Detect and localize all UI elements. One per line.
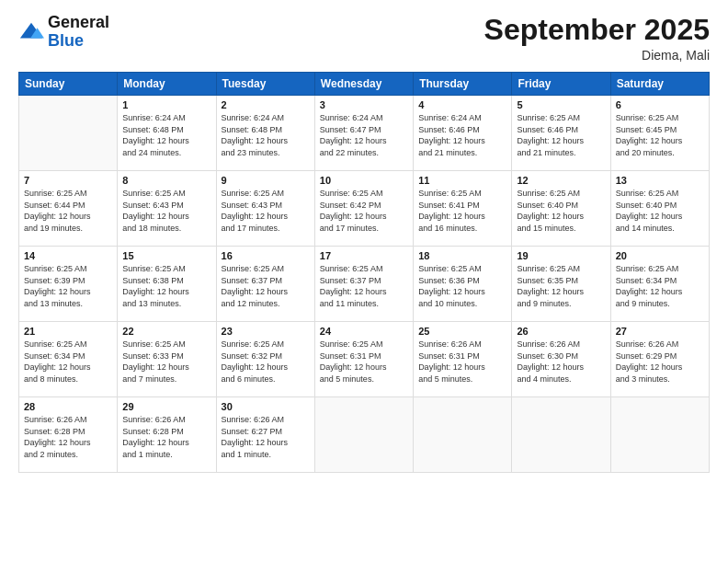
- cell-info: Sunrise: 6:25 AM Sunset: 6:45 PM Dayligh…: [616, 112, 704, 158]
- calendar-week-4: 28Sunrise: 6:26 AM Sunset: 6:28 PM Dayli…: [19, 397, 710, 473]
- day-number: 22: [122, 326, 210, 337]
- cell-info: Sunrise: 6:25 AM Sunset: 6:43 PM Dayligh…: [222, 188, 310, 234]
- day-header-friday: Friday: [512, 73, 610, 96]
- day-number: 16: [222, 250, 310, 261]
- calendar-cell: 16Sunrise: 6:25 AM Sunset: 6:37 PM Dayli…: [216, 247, 314, 322]
- cell-info: Sunrise: 6:25 AM Sunset: 6:46 PM Dayligh…: [517, 112, 605, 158]
- cell-info: Sunrise: 6:25 AM Sunset: 6:34 PM Dayligh…: [24, 339, 112, 385]
- calendar-week-0: 1Sunrise: 6:24 AM Sunset: 6:48 PM Daylig…: [19, 96, 710, 171]
- calendar-header-row: SundayMondayTuesdayWednesdayThursdayFrid…: [19, 73, 710, 96]
- day-number: 14: [24, 250, 112, 261]
- logo-icon: [18, 19, 44, 45]
- day-number: 6: [616, 99, 704, 110]
- month-title: September 2025: [484, 14, 710, 46]
- calendar-cell: [414, 397, 512, 473]
- calendar-cell: [314, 397, 413, 473]
- day-header-sunday: Sunday: [19, 73, 118, 96]
- day-number: 24: [320, 326, 408, 337]
- cell-info: Sunrise: 6:25 AM Sunset: 6:35 PM Dayligh…: [517, 263, 605, 309]
- calendar-cell: 12Sunrise: 6:25 AM Sunset: 6:40 PM Dayli…: [512, 171, 610, 247]
- calendar-cell: [610, 397, 709, 473]
- cell-info: Sunrise: 6:26 AM Sunset: 6:31 PM Dayligh…: [418, 339, 506, 385]
- logo-text: General Blue: [48, 14, 109, 51]
- calendar-cell: 8Sunrise: 6:25 AM Sunset: 6:43 PM Daylig…: [118, 171, 216, 247]
- day-number: 21: [24, 326, 112, 337]
- cell-info: Sunrise: 6:25 AM Sunset: 6:38 PM Dayligh…: [122, 263, 210, 309]
- calendar-cell: 21Sunrise: 6:25 AM Sunset: 6:34 PM Dayli…: [19, 322, 118, 397]
- calendar-cell: 20Sunrise: 6:25 AM Sunset: 6:34 PM Dayli…: [610, 247, 709, 322]
- cell-info: Sunrise: 6:26 AM Sunset: 6:28 PM Dayligh…: [24, 414, 112, 460]
- cell-info: Sunrise: 6:25 AM Sunset: 6:32 PM Dayligh…: [222, 339, 310, 385]
- day-number: 11: [418, 175, 506, 186]
- calendar-cell: 30Sunrise: 6:26 AM Sunset: 6:27 PM Dayli…: [216, 397, 314, 473]
- cell-info: Sunrise: 6:25 AM Sunset: 6:37 PM Dayligh…: [320, 263, 408, 309]
- cell-info: Sunrise: 6:25 AM Sunset: 6:40 PM Dayligh…: [616, 188, 704, 234]
- calendar-cell: 15Sunrise: 6:25 AM Sunset: 6:38 PM Dayli…: [118, 247, 216, 322]
- calendar-cell: 25Sunrise: 6:26 AM Sunset: 6:31 PM Dayli…: [414, 322, 512, 397]
- day-number: 29: [122, 401, 210, 412]
- calendar-cell: 27Sunrise: 6:26 AM Sunset: 6:29 PM Dayli…: [610, 322, 709, 397]
- calendar-week-2: 14Sunrise: 6:25 AM Sunset: 6:39 PM Dayli…: [19, 247, 710, 322]
- day-header-wednesday: Wednesday: [314, 73, 413, 96]
- calendar-cell: 19Sunrise: 6:25 AM Sunset: 6:35 PM Dayli…: [512, 247, 610, 322]
- day-number: 25: [418, 326, 506, 337]
- day-header-saturday: Saturday: [610, 73, 709, 96]
- calendar-cell: 29Sunrise: 6:26 AM Sunset: 6:28 PM Dayli…: [118, 397, 216, 473]
- calendar-cell: 6Sunrise: 6:25 AM Sunset: 6:45 PM Daylig…: [610, 96, 709, 171]
- calendar-table: SundayMondayTuesdayWednesdayThursdayFrid…: [18, 72, 710, 473]
- calendar-cell: 3Sunrise: 6:24 AM Sunset: 6:47 PM Daylig…: [314, 96, 413, 171]
- day-number: 28: [24, 401, 112, 412]
- calendar-week-1: 7Sunrise: 6:25 AM Sunset: 6:44 PM Daylig…: [19, 171, 710, 247]
- day-number: 20: [616, 250, 704, 261]
- calendar-cell: [512, 397, 610, 473]
- day-number: 2: [222, 99, 310, 110]
- day-header-tuesday: Tuesday: [216, 73, 314, 96]
- day-number: 23: [222, 326, 310, 337]
- calendar-cell: 2Sunrise: 6:24 AM Sunset: 6:48 PM Daylig…: [216, 96, 314, 171]
- calendar-cell: 22Sunrise: 6:25 AM Sunset: 6:33 PM Dayli…: [118, 322, 216, 397]
- cell-info: Sunrise: 6:25 AM Sunset: 6:41 PM Dayligh…: [418, 188, 506, 234]
- day-header-monday: Monday: [118, 73, 216, 96]
- calendar-cell: 9Sunrise: 6:25 AM Sunset: 6:43 PM Daylig…: [216, 171, 314, 247]
- day-number: 26: [517, 326, 605, 337]
- header: General Blue September 2025 Diema, Mali: [18, 14, 710, 63]
- calendar-cell: 5Sunrise: 6:25 AM Sunset: 6:46 PM Daylig…: [512, 96, 610, 171]
- cell-info: Sunrise: 6:25 AM Sunset: 6:40 PM Dayligh…: [517, 188, 605, 234]
- cell-info: Sunrise: 6:24 AM Sunset: 6:48 PM Dayligh…: [122, 112, 210, 158]
- calendar-body: 1Sunrise: 6:24 AM Sunset: 6:48 PM Daylig…: [19, 96, 710, 473]
- cell-info: Sunrise: 6:26 AM Sunset: 6:28 PM Dayligh…: [122, 414, 210, 460]
- day-number: 27: [616, 326, 704, 337]
- cell-info: Sunrise: 6:26 AM Sunset: 6:30 PM Dayligh…: [517, 339, 605, 385]
- day-number: 19: [517, 250, 605, 261]
- calendar-cell: 13Sunrise: 6:25 AM Sunset: 6:40 PM Dayli…: [610, 171, 709, 247]
- cell-info: Sunrise: 6:24 AM Sunset: 6:46 PM Dayligh…: [418, 112, 506, 158]
- cell-info: Sunrise: 6:25 AM Sunset: 6:44 PM Dayligh…: [24, 188, 112, 234]
- calendar-cell: 23Sunrise: 6:25 AM Sunset: 6:32 PM Dayli…: [216, 322, 314, 397]
- cell-info: Sunrise: 6:26 AM Sunset: 6:27 PM Dayligh…: [222, 414, 310, 460]
- calendar-cell: [19, 96, 118, 171]
- day-number: 30: [222, 401, 310, 412]
- day-number: 4: [418, 99, 506, 110]
- cell-info: Sunrise: 6:24 AM Sunset: 6:48 PM Dayligh…: [222, 112, 310, 158]
- cell-info: Sunrise: 6:24 AM Sunset: 6:47 PM Dayligh…: [320, 112, 408, 158]
- cell-info: Sunrise: 6:25 AM Sunset: 6:42 PM Dayligh…: [320, 188, 408, 234]
- day-header-thursday: Thursday: [414, 73, 512, 96]
- title-block: September 2025 Diema, Mali: [484, 14, 710, 63]
- day-number: 7: [24, 175, 112, 186]
- calendar-cell: 10Sunrise: 6:25 AM Sunset: 6:42 PM Dayli…: [314, 171, 413, 247]
- calendar-week-3: 21Sunrise: 6:25 AM Sunset: 6:34 PM Dayli…: [19, 322, 710, 397]
- cell-info: Sunrise: 6:25 AM Sunset: 6:36 PM Dayligh…: [418, 263, 506, 309]
- page: General Blue September 2025 Diema, Mali …: [0, 0, 728, 563]
- location: Diema, Mali: [484, 48, 710, 63]
- calendar-cell: 4Sunrise: 6:24 AM Sunset: 6:46 PM Daylig…: [414, 96, 512, 171]
- day-number: 1: [122, 99, 210, 110]
- logo-line1: General: [48, 14, 109, 32]
- day-number: 15: [122, 250, 210, 261]
- cell-info: Sunrise: 6:25 AM Sunset: 6:43 PM Dayligh…: [122, 188, 210, 234]
- cell-info: Sunrise: 6:25 AM Sunset: 6:33 PM Dayligh…: [122, 339, 210, 385]
- cell-info: Sunrise: 6:26 AM Sunset: 6:29 PM Dayligh…: [616, 339, 704, 385]
- cell-info: Sunrise: 6:25 AM Sunset: 6:37 PM Dayligh…: [222, 263, 310, 309]
- calendar-cell: 7Sunrise: 6:25 AM Sunset: 6:44 PM Daylig…: [19, 171, 118, 247]
- day-number: 9: [222, 175, 310, 186]
- logo-line2: Blue: [48, 32, 109, 51]
